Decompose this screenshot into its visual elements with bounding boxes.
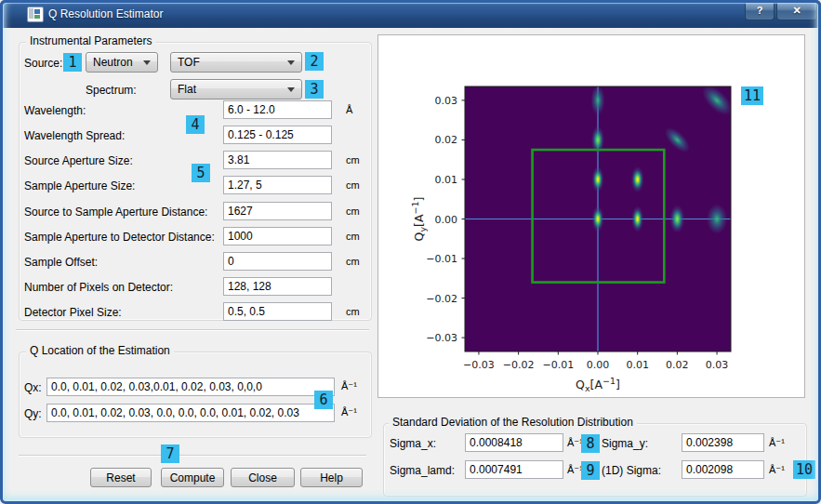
annotation-badge-2: 2 [305,52,324,71]
source-combo-value: Neutron [93,56,133,69]
source-combo[interactable]: Neutron [86,52,158,73]
sigma-label: Sigma_x: [390,437,436,450]
qy-input[interactable] [46,404,335,422]
titlebar-help-button[interactable]: ? [745,2,775,20]
svg-text:−0.02: −0.02 [426,293,457,305]
sigma-input[interactable] [465,460,563,479]
param-input[interactable] [223,126,332,144]
svg-text:0.00: 0.00 [435,214,458,226]
param-label: Wavelength Spread: [24,129,125,142]
source-type-combo[interactable]: TOF [170,52,302,73]
sigma-label: Sigma_y: [602,437,648,450]
svg-text:0.01: 0.01 [435,174,458,186]
svg-text:−0.03: −0.03 [463,359,495,371]
param-unit: cm [346,256,360,267]
qy-label: Qy: [24,407,42,420]
param-input[interactable] [223,252,332,271]
annotation-badge-6: 6 [314,391,333,409]
dialog-window: Q Resolution Estimator ? ✕ Instrumental … [0,0,821,504]
qy-unit: Å⁻¹ [341,406,357,418]
qx-input[interactable] [46,378,335,396]
svg-text:Qx[A−1]: Qx[A−1] [576,376,620,393]
annotation-badge-9: 9 [581,461,600,480]
param-unit: cm [346,154,360,166]
param-label: Sample Offset: [24,256,98,269]
close-button[interactable]: Close [231,468,295,487]
svg-text:Qy[A−1]: Qy[A−1] [410,197,428,242]
param-input[interactable] [223,302,332,321]
svg-text:0.01: 0.01 [626,359,649,371]
spectrum-label: Spectrum: [86,84,137,97]
svg-text:0.00: 0.00 [587,359,610,371]
instrumental-parameters-title: Instrumental Parameters [26,34,155,47]
chevron-down-icon [287,60,295,65]
sigma-input[interactable] [465,433,563,452]
param-input[interactable] [223,277,332,296]
param-label: Source to Sample Aperture Distance: [24,206,207,219]
q-location-title: Q Location of the Estimation [26,344,174,357]
annotation-badge-8: 8 [581,434,600,453]
svg-text:0.02: 0.02 [435,134,458,146]
sigma-unit: Å⁻¹ [769,464,785,476]
param-label: Wavelength: [24,104,86,117]
chevron-down-icon [143,60,151,65]
param-label: Detector Pixel Size: [24,306,122,319]
titlebar-close-button[interactable]: ✕ [776,2,817,20]
param-label: Sample Aperture to Detector Distance: [24,231,215,244]
param-label: Source Aperture Size: [24,154,133,167]
spectrum-combo-value: Flat [178,83,196,96]
spectrum-combo[interactable]: Flat [170,79,302,99]
annotation-badge-11: 11 [741,86,763,105]
help-button[interactable]: Help [300,468,363,487]
param-unit: cm [346,179,360,191]
annotation-badge-4: 4 [186,115,205,134]
sigma-input[interactable] [682,460,764,479]
sigma-input[interactable] [682,433,764,452]
qx-label: Qx: [24,381,42,394]
param-unit: cm [346,306,360,317]
annotation-badge-3: 3 [305,80,324,99]
reset-button[interactable]: Reset [90,468,152,487]
svg-text:−0.02: −0.02 [503,359,535,371]
sigma-label: (1D) Sigma: [602,464,661,477]
separator [19,455,366,457]
annotation-badge-5: 5 [192,164,210,182]
param-input[interactable] [223,100,332,119]
separator [16,329,369,331]
sigma-unit: Å⁻¹ [769,437,785,449]
chevron-down-icon [287,87,295,92]
compute-button[interactable]: Compute [161,468,224,487]
annotation-badge-10: 10 [793,460,815,479]
param-unit: Å [346,104,352,115]
svg-text:−0.03: −0.03 [426,332,457,344]
qx-unit: Å⁻¹ [341,380,357,392]
sigma-group-title: Standard Deviation of the Resolution Dis… [389,416,637,429]
app-icon [27,7,44,22]
param-input[interactable] [223,227,332,245]
param-label: Number of Pixels on Detector: [24,281,173,294]
source-type-combo-value: TOF [178,56,200,69]
window-title: Q Resolution Estimator [48,7,163,20]
param-label: Sample Aperture Size: [24,179,135,192]
svg-text:0.03: 0.03 [706,359,729,371]
svg-text:0.02: 0.02 [666,359,689,371]
param-input[interactable] [223,176,332,194]
source-label: Source: [24,57,62,70]
titlebar: Q Resolution Estimator [0,0,821,28]
sigma-label: Sigma_lamd: [390,464,455,477]
annotation-badge-7: 7 [161,444,179,463]
annotation-badge-1: 1 [63,53,82,72]
svg-text:0.03: 0.03 [435,95,458,107]
param-input[interactable] [223,202,332,220]
param-unit: cm [346,206,360,217]
param-input[interactable] [223,151,332,169]
svg-text:−0.01: −0.01 [542,359,574,371]
param-unit: cm [346,231,360,242]
svg-text:−0.01: −0.01 [426,253,457,265]
